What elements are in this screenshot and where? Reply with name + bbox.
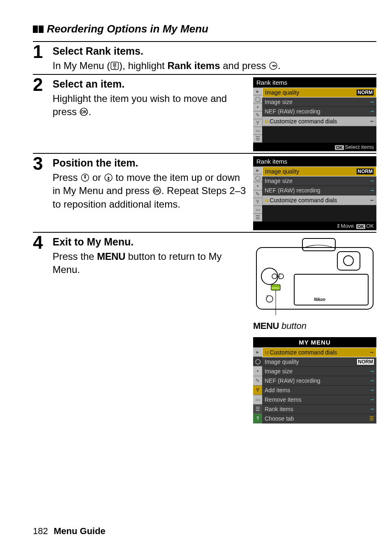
lcd-screenshot-mymenu-result: MY MENU ▸ ◯ ▪ ✎ Y ▭ ☰ ? [253, 337, 376, 423]
lcd-label: Image quality [265, 89, 299, 96]
text: . [278, 60, 281, 71]
tab-icon: ◯ [253, 357, 262, 366]
lcd-empty [262, 205, 376, 222]
page-footer: 182Menu Guide [33, 526, 106, 537]
lcd-tab-strip: ▸ ◯ ▪ ✎ Y ▭ ☰ ? [253, 347, 262, 423]
lcd-row: f4Customize command dials-- [262, 116, 376, 126]
lcd-value: NORM [357, 359, 374, 365]
lcd-footer-text: Move [341, 223, 355, 229]
lcd-footer: OKSelect items [253, 143, 376, 151]
svg-text:Nikon: Nikon [314, 297, 325, 302]
tab-icon: ▭ [253, 395, 262, 405]
step-4: 4 Exit to My Menu. Press the MENU button… [33, 232, 376, 423]
svg-text:?: ? [266, 294, 268, 298]
lcd-label: Image quality [265, 359, 299, 365]
lcd-label: Add items [265, 387, 290, 393]
lcd-value: -- [371, 378, 374, 384]
text: or [90, 172, 104, 183]
text: Press the [53, 251, 97, 262]
lcd-label: Image size [265, 368, 293, 375]
step-number: 1 [33, 43, 53, 61]
lcd-row: NEF (RAW) recording-- [262, 107, 376, 116]
tab-icon: ✎ [253, 376, 262, 386]
text: Highlight the item you wish to move and … [53, 93, 227, 117]
tab-icon: ▸ [253, 347, 262, 357]
menu-label: MENU [253, 321, 279, 331]
step-title: Exit to My Menu. [53, 235, 248, 249]
tab-icon: ▪ [253, 182, 262, 190]
tab-icon: ✎ [253, 190, 262, 198]
svg-point-8 [108, 177, 109, 178]
lcd-value: -- [370, 118, 374, 124]
lcd-header: MY MENU [253, 337, 376, 347]
step-body: Press or to move the item up or down in … [53, 171, 248, 211]
lcd-list: Image qualityNORM Image size-- NEF (RAW)… [262, 88, 376, 143]
lcd-row: f4Customize command dials-- [262, 347, 376, 357]
lcd-screenshot-rank-select: Rank items ▸ ◯ ▪ ✎ Y ▭ ☰ Image quality [253, 77, 376, 151]
text-bold: Rank items [167, 60, 220, 71]
lcd-footer-text: Select items [345, 144, 374, 150]
choose-tab-icon: ☰ [369, 416, 374, 421]
ok-button-icon: OK [79, 107, 88, 116]
svg-point-14 [344, 256, 353, 266]
lcd-value: NORM [357, 169, 374, 174]
tab-icon: ▭ [253, 127, 262, 135]
text: and press [220, 60, 269, 71]
lcd-value: -- [370, 349, 374, 355]
lcd-label: NEF (RAW) recording [265, 187, 321, 194]
step-1: 1 Select Rank items. In My Menu (), high… [33, 41, 376, 72]
svg-point-18 [272, 274, 277, 279]
tab-icon: ☰ [253, 405, 262, 414]
step-number: 3 [33, 155, 53, 173]
lcd-row: NEF (RAW) recording-- [262, 376, 376, 386]
tab-icon: ☰ [253, 214, 262, 222]
caption-text: button [279, 321, 307, 331]
lcd-row: Rank items-- [262, 405, 376, 414]
lcd-row: Choose tab☰ [262, 414, 376, 423]
lcd-label: Customize command dials [270, 349, 337, 356]
tab-icon: ◯ [253, 174, 262, 182]
lcd-row: f4Customize command dials-- [262, 195, 376, 205]
lcd-header: Rank items [253, 156, 376, 167]
lcd-label: Image quality [265, 168, 299, 175]
lcd-row: Image qualityNORM [262, 88, 376, 97]
svg-point-6 [84, 177, 86, 178]
menu-label: MENU [97, 251, 125, 262]
lcd-value: -- [370, 197, 374, 203]
lcd-list: f4Customize command dials-- Image qualit… [262, 347, 376, 423]
lcd-list: Image qualityNORM Image size-- NEF (RAW)… [262, 167, 376, 222]
illustration-caption: MENU button [253, 321, 376, 331]
text: . [141, 45, 143, 57]
lcd-row: Remove items-- [262, 395, 376, 405]
svg-point-17 [261, 268, 278, 285]
lcd-row: Add items-- [262, 386, 376, 395]
step-number: 4 [33, 234, 53, 252]
lcd-value: NORM [357, 90, 374, 95]
step-3: 3 Position the item. Press or to move th… [33, 153, 376, 230]
lcd-row: Image size-- [262, 367, 376, 376]
lcd-label: Customize command dials [270, 197, 337, 204]
lcd-value: -- [371, 178, 374, 184]
svg-rect-15 [294, 274, 368, 305]
text: In My Menu ( [53, 60, 110, 71]
lcd-label: Image size [265, 99, 293, 105]
lcd-row: Image qualityNORM [262, 357, 376, 367]
lcd-row: NEF (RAW) recording-- [262, 186, 376, 195]
lcd-prefix: f4 [265, 119, 269, 124]
lcd-row: Image size-- [262, 176, 376, 186]
tab-icon: ☰ [253, 135, 262, 143]
lcd-empty [262, 126, 376, 143]
step-body: Press the MENU button to return to My Me… [53, 250, 248, 277]
page-number: 182 [33, 526, 48, 536]
lcd-footer: ⇕Move OKOK [253, 222, 376, 230]
lcd-header: Rank items [253, 77, 376, 88]
tab-icon: ◯ [253, 95, 262, 103]
lcd-label: Remove items [265, 396, 301, 403]
lcd-value: -- [371, 368, 374, 374]
tab-icon: ▸ [253, 167, 262, 174]
step-body: Highlight the item you wish to move and … [53, 92, 248, 119]
tab-icon: ▸ [253, 88, 262, 95]
camera-illustration: Nikon MENU ? [253, 235, 376, 317]
svg-point-2 [272, 65, 274, 67]
lcd-row: Image size-- [262, 97, 376, 107]
